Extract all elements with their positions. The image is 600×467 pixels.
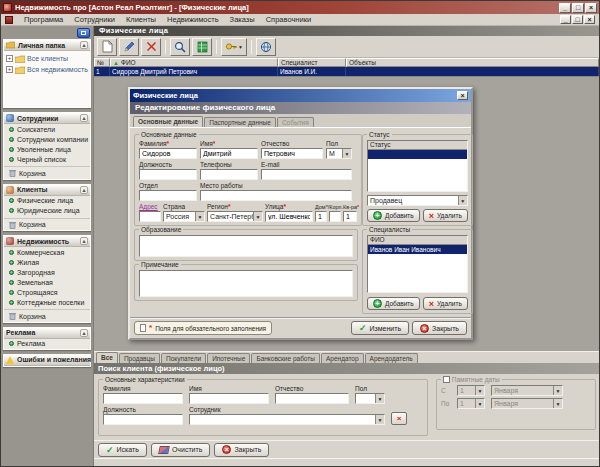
sidebar-item-residential[interactable]: Жилая	[4, 257, 90, 267]
country-select[interactable]: Россия▼	[163, 211, 205, 222]
edit-record-button[interactable]	[119, 38, 139, 56]
lastname-input[interactable]	[139, 148, 197, 159]
status-remove-button[interactable]: ×Удалить	[423, 209, 468, 222]
menu-reference[interactable]: Справочники	[266, 15, 311, 24]
panel-clients-header[interactable]: Клиенты ▴	[4, 185, 90, 196]
education-textarea[interactable]	[139, 235, 353, 257]
minimize-button[interactable]: _	[559, 3, 571, 13]
tab-mortgage[interactable]: Ипотечные	[207, 353, 250, 363]
report-button[interactable]	[192, 38, 212, 56]
tree-item-all-clients[interactable]: + Все клиенты	[4, 53, 90, 64]
mdi-close-button[interactable]: ×	[584, 15, 595, 24]
menu-realty[interactable]: Недвижимость	[167, 15, 219, 24]
specialist-selected-row[interactable]: Иванов Иван Иванович	[368, 245, 467, 254]
panel-personal-header[interactable]: Личная папка ▴	[4, 40, 90, 51]
clear-employee-button[interactable]: ×	[391, 412, 407, 425]
status-selected-row[interactable]	[368, 150, 467, 159]
search-button[interactable]	[170, 38, 190, 56]
phones-input[interactable]	[200, 169, 258, 180]
chevron-up-icon[interactable]: ▴	[80, 41, 88, 49]
region-select[interactable]: Санкт-Петербург▼	[207, 211, 263, 222]
mdi-minimize-button[interactable]: _	[560, 15, 571, 24]
dialog-close-button[interactable]: ×	[457, 91, 468, 100]
status-add-button[interactable]: +Добавить	[367, 209, 420, 222]
web-export-button[interactable]	[256, 38, 276, 56]
building-input[interactable]	[329, 211, 341, 222]
tab-landlord[interactable]: Арендодатель	[365, 353, 418, 363]
specialists-listbox[interactable]: ФИО Иванов Иван Иванович	[367, 235, 468, 293]
maximize-button[interactable]: □	[572, 3, 584, 13]
firstname-input[interactable]	[200, 148, 258, 159]
sidebar-item-realty-trash[interactable]: Корзина	[4, 309, 90, 322]
sidebar-collapse-button[interactable]	[77, 28, 90, 38]
flat-input[interactable]	[343, 211, 357, 222]
sidebar-item-dismissed[interactable]: Уволенные лица	[4, 144, 90, 154]
tab-events[interactable]: События	[277, 117, 314, 127]
middlename-input[interactable]	[261, 148, 323, 159]
position-input[interactable]	[139, 169, 197, 180]
sidebar-item-blacklist[interactable]: Черный список	[4, 154, 90, 164]
mdi-child-icon[interactable]	[5, 16, 13, 24]
column-number[interactable]: №	[94, 58, 110, 67]
chevron-up-icon[interactable]: ▴	[80, 114, 88, 122]
search-submit-button[interactable]: ✓Искать	[98, 443, 147, 457]
search-lastname-input[interactable]	[103, 393, 183, 404]
house-input[interactable]	[315, 211, 327, 222]
search-firstname-input[interactable]	[189, 393, 269, 404]
tab-passport-data[interactable]: Паспортные данные	[204, 117, 276, 127]
sidebar-item-individuals[interactable]: Физические лица	[4, 196, 90, 206]
panel-employees-header[interactable]: Сотрудники ▴	[4, 113, 90, 124]
status-select[interactable]: Продавец▼	[367, 195, 468, 206]
tab-tenant[interactable]: Арендатор	[321, 353, 364, 363]
chevron-up-icon[interactable]: ▴	[80, 237, 88, 245]
workplace-input[interactable]	[200, 190, 352, 201]
sidebar-item-commercial[interactable]: Коммерческая	[4, 247, 90, 257]
sidebar-item-applicants[interactable]: Соискатели	[4, 124, 90, 134]
column-fio[interactable]: ▲ ФИО	[110, 58, 278, 67]
search-gender-select[interactable]: ▼	[355, 393, 385, 404]
sidebar-item-cottage-villages[interactable]: Коттеджные поселки	[4, 297, 90, 307]
dialog-save-button[interactable]: ✓Изменить	[351, 321, 409, 335]
search-employee-select[interactable]: ▼	[189, 414, 385, 425]
column-specialist[interactable]: Специалист	[278, 58, 346, 67]
chevron-up-icon[interactable]: ▴	[80, 186, 88, 194]
menu-program[interactable]: Программа	[24, 15, 63, 24]
tab-bank-works[interactable]: Банковские работы	[251, 353, 320, 363]
menu-orders[interactable]: Заказы	[230, 15, 255, 24]
search-clear-button[interactable]: Очистить	[151, 443, 210, 457]
sidebar-item-land[interactable]: Земельная	[4, 277, 90, 287]
tab-all[interactable]: Все	[96, 352, 118, 363]
tab-main-data[interactable]: Основные данные	[133, 116, 203, 127]
specialist-add-button[interactable]: +Добавить	[367, 297, 420, 310]
menu-employees[interactable]: Сотрудники	[74, 15, 115, 24]
tree-item-all-realty[interactable]: + Вся недвижимость	[4, 64, 90, 75]
tab-buyers[interactable]: Покупатели	[161, 353, 206, 363]
panel-ads-header[interactable]: Реклама ▴	[4, 328, 90, 339]
gender-select[interactable]: М▼	[326, 148, 352, 159]
search-position-input[interactable]	[103, 414, 183, 425]
street-input[interactable]	[265, 211, 313, 222]
access-key-button[interactable]: ▼	[221, 38, 247, 56]
close-button[interactable]: ×	[585, 3, 597, 13]
mdi-restore-button[interactable]: □	[572, 15, 583, 24]
menu-clients[interactable]: Клиенты	[126, 15, 156, 24]
sidebar-item-legal-entities[interactable]: Юридические лица	[4, 206, 90, 216]
panel-realty-header[interactable]: Недвижимость ▴	[4, 236, 90, 247]
new-record-button[interactable]	[97, 38, 117, 56]
search-close-button[interactable]: ×Закрыть	[214, 443, 269, 457]
delete-record-button[interactable]	[141, 38, 161, 56]
sidebar-item-construction[interactable]: Строящаяся	[4, 287, 90, 297]
panel-errors-header[interactable]: Ошибки и пожелания ▾	[4, 355, 90, 366]
search-middlename-input[interactable]	[275, 393, 349, 404]
department-input[interactable]	[139, 190, 197, 201]
column-objects[interactable]: Объекты	[346, 58, 599, 67]
address-link[interactable]: Адрес	[139, 203, 161, 210]
expand-icon[interactable]: +	[6, 55, 13, 62]
specialist-remove-button[interactable]: ×Удалить	[423, 297, 468, 310]
status-listbox[interactable]: Статус	[367, 140, 468, 192]
dates-checkbox[interactable]	[443, 376, 450, 383]
dialog-close-button2[interactable]: ×Закрыть	[412, 321, 467, 335]
email-input[interactable]	[261, 169, 352, 180]
sidebar-item-company-employees[interactable]: Сотрудники компании	[4, 134, 90, 144]
sidebar-item-country[interactable]: Загородная	[4, 267, 90, 277]
